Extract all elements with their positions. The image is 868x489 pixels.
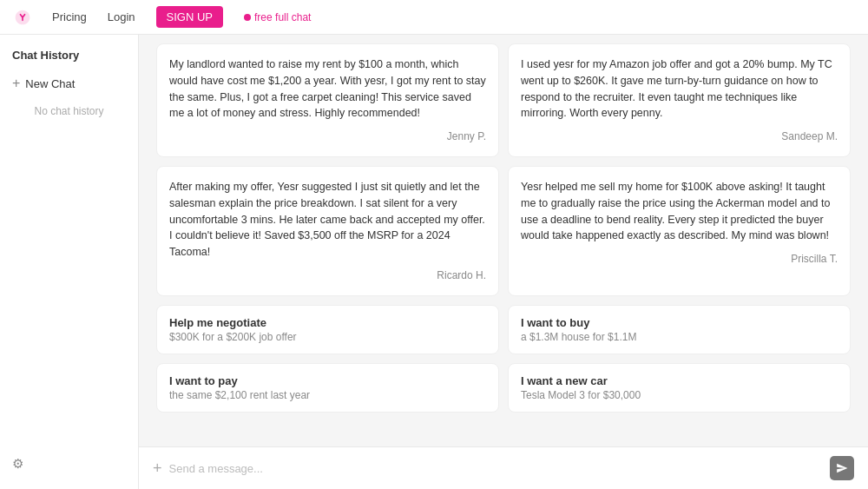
testimonial-text-0: My landlord wanted to raise my rent by $… xyxy=(169,58,486,119)
app-layout: Chat History + New Chat No chat history … xyxy=(0,35,868,489)
signup-button[interactable]: SIGN UP xyxy=(156,6,223,28)
suggestion-card-2[interactable]: I want to pay the same $2,100 rent last … xyxy=(156,363,499,413)
settings-icon[interactable]: ⚙ xyxy=(12,456,23,471)
send-icon xyxy=(836,462,848,474)
suggestion-sub-2: the same $2,100 rent last year xyxy=(169,389,486,401)
chat-scroll: My landlord wanted to raise my rent by $… xyxy=(139,35,868,446)
testimonial-text-3: Yesr helped me sell my home for $100K ab… xyxy=(521,181,830,241)
free-chat-label: free full chat xyxy=(254,11,311,23)
testimonial-card-0: My landlord wanted to raise my rent by $… xyxy=(156,43,499,157)
message-input[interactable] xyxy=(169,462,823,475)
input-bar: + xyxy=(139,446,868,489)
no-history-text: No chat history xyxy=(0,96,138,126)
testimonial-card-3: Yesr helped me sell my home for $100K ab… xyxy=(508,166,851,296)
testimonial-text-2: After making my offer, Yesr suggested I … xyxy=(169,181,485,258)
testimonial-row-top: My landlord wanted to raise my rent by $… xyxy=(156,43,851,157)
login-button[interactable]: Login xyxy=(108,10,135,23)
sidebar-bottom: ⚙ xyxy=(0,447,138,480)
testimonial-card-1: I used yesr for my Amazon job offer and … xyxy=(508,43,851,157)
suggestion-sub-0: $300K for a $200K job offer xyxy=(169,331,486,343)
send-button[interactable] xyxy=(830,456,854,480)
plus-icon: + xyxy=(12,76,20,91)
suggestion-title-0: Help me negotiate xyxy=(169,316,486,329)
sidebar-title: Chat History xyxy=(0,43,138,70)
testimonial-card-2: After making my offer, Yesr suggested I … xyxy=(156,166,499,296)
suggestion-title-3: I want a new car xyxy=(521,374,838,387)
sidebar: Chat History + New Chat No chat history … xyxy=(0,35,139,489)
suggestion-row-1: Help me negotiate $300K for a $200K job … xyxy=(156,305,851,354)
testimonial-text-1: I used yesr for my Amazon job offer and … xyxy=(521,58,832,119)
suggestion-card-0[interactable]: Help me negotiate $300K for a $200K job … xyxy=(156,305,499,354)
testimonial-author-0: Jenny P. xyxy=(169,129,486,144)
testimonial-author-1: Sandeep M. xyxy=(521,129,838,144)
suggestion-row-2: I want to pay the same $2,100 rent last … xyxy=(156,363,851,413)
suggestion-card-3[interactable]: I want a new car Tesla Model 3 for $30,0… xyxy=(508,363,851,413)
free-chat-badge: free full chat xyxy=(244,11,311,23)
main-content: My landlord wanted to raise my rent by $… xyxy=(139,35,868,489)
suggestion-sub-3: Tesla Model 3 for $30,000 xyxy=(521,389,838,401)
suggestion-title-2: I want to pay xyxy=(169,374,486,387)
testimonial-author-3: Priscilla T. xyxy=(521,251,838,267)
free-dot xyxy=(244,14,251,21)
testimonial-author-2: Ricardo H. xyxy=(169,268,486,283)
nav-pricing[interactable]: Pricing xyxy=(52,10,87,23)
new-chat-label: New Chat xyxy=(25,77,75,90)
new-chat-button[interactable]: + New Chat xyxy=(0,70,138,96)
testimonial-row-bottom: After making my offer, Yesr suggested I … xyxy=(156,166,851,296)
attach-icon[interactable]: + xyxy=(153,459,162,478)
suggestion-title-1: I want to buy xyxy=(521,316,838,329)
nav-links: Pricing xyxy=(52,10,87,23)
suggestion-card-1[interactable]: I want to buy a $1.3M house for $1.1M xyxy=(508,305,851,354)
top-nav: Pricing Login SIGN UP free full chat xyxy=(0,0,868,35)
logo xyxy=(14,9,31,26)
suggestion-sub-1: a $1.3M house for $1.1M xyxy=(521,331,838,343)
